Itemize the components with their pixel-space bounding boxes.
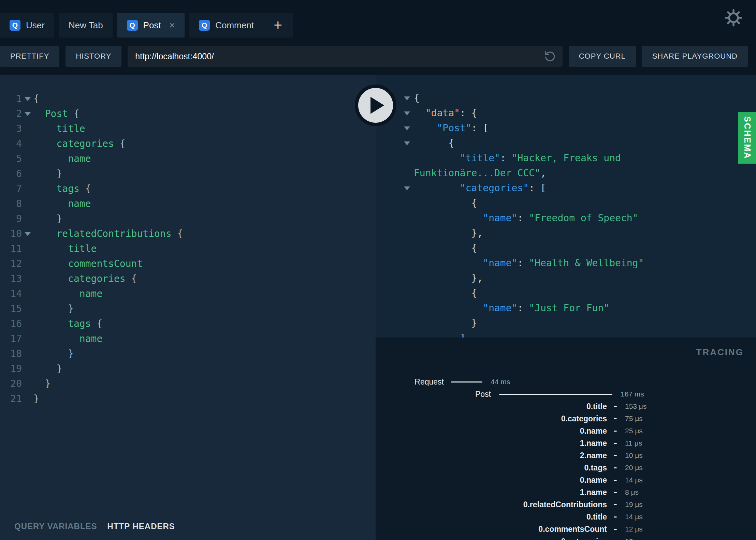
fold-toggle[interactable]	[400, 141, 414, 145]
code-token: name	[79, 288, 102, 299]
tab-user[interactable]: QUser	[0, 13, 54, 38]
settings-gear-icon[interactable]	[725, 9, 742, 27]
code-line: },	[376, 271, 756, 286]
tracing-duration-bar	[614, 504, 617, 505]
code-token	[33, 198, 68, 209]
chevron-down-icon	[25, 112, 31, 116]
code-token: {	[126, 273, 137, 284]
fold-toggle[interactable]	[400, 96, 414, 100]
fold-toggle[interactable]	[400, 111, 414, 115]
chevron-down-icon	[25, 97, 31, 101]
line-number: 9	[0, 211, 22, 226]
tracing-field-row: 0.name25 μs	[376, 425, 756, 437]
tracing-row-time: 10 μs	[625, 451, 643, 460]
schema-sidebar-tab[interactable]: SCHEMA	[738, 112, 756, 164]
code-token: }	[33, 213, 62, 224]
code-token	[414, 302, 483, 314]
code-line: 7 tags {	[0, 181, 376, 196]
play-icon	[370, 97, 384, 114]
tracing-row-label: Request	[376, 377, 444, 387]
tracing-field-row: 1.name8 μs	[376, 486, 756, 498]
code-token: name	[68, 198, 91, 209]
fold-toggle[interactable]	[400, 126, 414, 130]
code-token: },	[414, 272, 483, 284]
code-line: ]	[376, 331, 756, 338]
http-headers-tab[interactable]: HTTP HEADERS	[107, 522, 175, 531]
tab-bar: QUserNew TabQPost×QComment	[0, 13, 263, 38]
code-token: },	[414, 227, 483, 239]
code-token	[33, 288, 79, 299]
fold-toggle[interactable]	[22, 232, 33, 236]
prettify-button[interactable]: PRETTIFY	[0, 46, 59, 67]
code-token: "Hacker, Freaks und	[512, 152, 621, 164]
code-token: {	[114, 138, 126, 149]
code-token: }	[33, 168, 62, 179]
share-playground-button[interactable]: SHARE PLAYGROUND	[642, 46, 748, 67]
code-text: }	[33, 211, 62, 226]
code-line: {	[376, 136, 756, 151]
code-token: Post	[45, 108, 68, 119]
tab-comment[interactable]: QComment	[189, 13, 263, 38]
code-token	[33, 138, 56, 149]
tab-label: Comment	[215, 20, 254, 31]
tab-post[interactable]: QPost×	[117, 13, 185, 38]
query-editor-pane: 1{2 Post {3 title4 categories {5 name6 }…	[0, 75, 376, 540]
code-text: }	[414, 316, 477, 331]
code-line: "categories": [	[376, 181, 756, 196]
copy-curl-button[interactable]: COPY CURL	[569, 46, 636, 67]
code-token: categories	[68, 273, 126, 284]
code-token: "name"	[483, 302, 517, 314]
tracing-duration-bar	[614, 480, 617, 481]
query-type-icon: Q	[127, 20, 138, 31]
endpoint-url-input[interactable]	[135, 51, 538, 61]
code-token: title	[68, 243, 97, 254]
query-variables-tab[interactable]: QUERY VARIABLES	[14, 522, 97, 531]
chevron-down-icon	[404, 141, 410, 145]
toolbar: PRETTIFY HISTORY COPY CURL SHARE PLAYGRO…	[0, 38, 756, 75]
endpoint-url-bar	[128, 46, 562, 67]
code-line: 16 tags {	[0, 316, 376, 331]
code-line: "name": "Health & Wellbeing"	[376, 256, 756, 271]
close-tab-icon[interactable]: ×	[169, 20, 175, 30]
reload-icon[interactable]	[543, 50, 556, 63]
history-button[interactable]: HISTORY	[66, 46, 121, 67]
fold-toggle[interactable]	[22, 112, 33, 116]
code-text: tags {	[33, 316, 102, 331]
tracing-field-row: 0.relatedContributions19 μs	[376, 498, 756, 511]
code-token	[33, 318, 68, 329]
tracing-row-time: 153 μs	[625, 402, 646, 410]
tracing-duration-bar	[614, 418, 617, 419]
code-line: 9 }	[0, 211, 376, 226]
code-text: categories {	[33, 136, 126, 151]
tab-label: Post	[143, 20, 161, 31]
code-line: 14 name	[0, 286, 376, 301]
code-text: },	[414, 226, 483, 241]
code-token: "data"	[425, 107, 460, 119]
fold-toggle[interactable]	[400, 186, 414, 190]
code-token	[33, 153, 68, 164]
code-token	[414, 212, 483, 224]
tracing-row-label: 0.name	[376, 476, 607, 485]
code-token: tags	[68, 318, 91, 329]
code-text: {	[414, 286, 477, 301]
tracing-duration-bar	[451, 381, 482, 382]
line-number: 8	[0, 196, 22, 211]
code-line: }	[376, 316, 756, 331]
tab-new-tab[interactable]: New Tab	[59, 13, 113, 38]
chevron-down-icon	[404, 126, 410, 130]
code-token: "name"	[483, 212, 517, 224]
line-number: 20	[0, 376, 22, 391]
code-token: {	[414, 287, 477, 299]
new-tab-button[interactable]: +	[263, 13, 293, 38]
line-number: 7	[0, 181, 22, 196]
fold-toggle[interactable]	[22, 97, 33, 101]
tracing-rows: Request44 msPost167 ms0.title153 μs0.cat…	[376, 376, 756, 540]
code-token: "categories"	[460, 182, 529, 194]
tracing-row-label: 2.name	[376, 451, 607, 460]
query-editor[interactable]: 1{2 Post {3 title4 categories {5 name6 }…	[0, 75, 376, 406]
code-text: }	[33, 166, 62, 181]
tracing-row-label: 0.categories	[376, 414, 607, 423]
execute-query-button[interactable]	[355, 85, 396, 126]
response-viewer: { "data": { "Post": [ { "title": "Hacker…	[376, 75, 756, 338]
code-token: }	[33, 348, 74, 359]
